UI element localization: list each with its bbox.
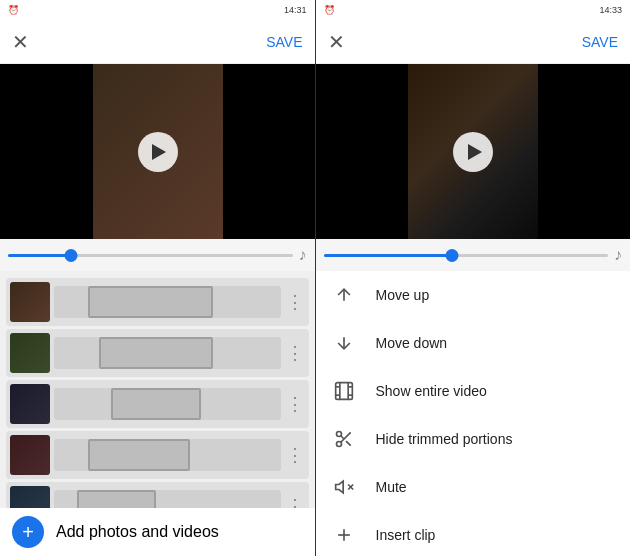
left-music-icon[interactable]: ♪ xyxy=(299,246,307,264)
clip-bar-area-5[interactable] xyxy=(54,490,281,508)
table-row: ⋮ xyxy=(6,380,309,428)
menu-item-hide-trimmed[interactable]: Hide trimmed portions xyxy=(316,415,631,463)
left-panel: ⏰ 14:31 ✕ SAVE ♪ ⋮ xyxy=(0,0,315,556)
left-play-button[interactable] xyxy=(138,132,178,172)
clip-menu-button-5[interactable]: ⋮ xyxy=(285,495,305,508)
add-button-row[interactable]: + Add photos and videos xyxy=(0,508,315,556)
mute-icon xyxy=(332,475,356,499)
left-seek-progress xyxy=(8,254,71,257)
right-music-icon[interactable]: ♪ xyxy=(614,246,622,264)
menu-item-insert-clip[interactable]: Insert clip xyxy=(316,511,631,556)
plus-icon xyxy=(332,523,356,547)
right-seek-bar[interactable] xyxy=(324,254,609,257)
left-status-time: 14:31 xyxy=(284,5,307,15)
right-save-button[interactable]: SAVE xyxy=(582,34,618,50)
table-row: ⋮ xyxy=(6,431,309,479)
right-seek-progress xyxy=(324,254,452,257)
alarm-icon: ⏰ xyxy=(8,5,19,15)
play-triangle-icon xyxy=(152,144,166,160)
right-close-button[interactable]: ✕ xyxy=(328,30,345,54)
arrow-up-icon xyxy=(332,283,356,307)
right-time: 14:33 xyxy=(599,5,622,15)
right-play-button[interactable] xyxy=(453,132,493,172)
clip-thumbnail-1 xyxy=(10,282,50,322)
move-up-label: Move up xyxy=(376,287,430,303)
clip-menu-button-1[interactable]: ⋮ xyxy=(285,291,305,313)
clip-bar-area-3[interactable] xyxy=(54,388,281,420)
scissors-icon xyxy=(332,427,356,451)
clip-thumbnail-2 xyxy=(10,333,50,373)
left-close-button[interactable]: ✕ xyxy=(12,30,29,54)
left-video-preview[interactable] xyxy=(0,64,315,239)
left-clips-list: ⋮ ⋮ ⋮ ⋮ ⋮ xyxy=(0,271,315,508)
clip-thumbnail-3 xyxy=(10,384,50,424)
menu-item-show-video[interactable]: Show entire video xyxy=(316,367,631,415)
right-top-bar: ✕ SAVE xyxy=(316,20,631,64)
clip-bar-5 xyxy=(77,490,156,508)
right-seek-bar-area: ♪ xyxy=(316,239,631,271)
clip-bar-4 xyxy=(88,439,190,471)
table-row: ⋮ xyxy=(6,329,309,377)
svg-line-12 xyxy=(346,441,351,446)
clip-bar-1 xyxy=(88,286,213,318)
right-status-bar: ⏰ 14:33 xyxy=(316,0,631,20)
left-top-bar: ✕ SAVE xyxy=(0,20,315,64)
menu-item-move-up[interactable]: Move up xyxy=(316,271,631,319)
clip-bar-2 xyxy=(99,337,212,369)
left-seek-bar-area: ♪ xyxy=(0,239,315,271)
right-status-icons: ⏰ xyxy=(324,5,335,15)
arrow-down-icon xyxy=(332,331,356,355)
left-seek-bar[interactable] xyxy=(8,254,293,257)
add-media-label[interactable]: Add photos and videos xyxy=(56,523,219,541)
svg-marker-14 xyxy=(335,481,343,493)
svg-point-9 xyxy=(336,432,341,437)
clip-bar-area-2[interactable] xyxy=(54,337,281,369)
svg-point-10 xyxy=(336,442,341,447)
right-seek-thumb[interactable] xyxy=(445,249,458,262)
hide-trimmed-label: Hide trimmed portions xyxy=(376,431,513,447)
left-save-button[interactable]: SAVE xyxy=(266,34,302,50)
show-entire-video-label: Show entire video xyxy=(376,383,487,399)
clip-bar-3 xyxy=(111,388,202,420)
menu-item-move-down[interactable]: Move down xyxy=(316,319,631,367)
add-circle-icon[interactable]: + xyxy=(12,516,44,548)
clip-menu-button-2[interactable]: ⋮ xyxy=(285,342,305,364)
clip-menu-button-3[interactable]: ⋮ xyxy=(285,393,305,415)
mute-label: Mute xyxy=(376,479,407,495)
clip-bar-area-1[interactable] xyxy=(54,286,281,318)
table-row: ⋮ xyxy=(6,278,309,326)
move-down-label: Move down xyxy=(376,335,448,351)
film-icon xyxy=(332,379,356,403)
right-panel: ⏰ 14:33 ✕ SAVE ♪ xyxy=(316,0,631,556)
alarm-icon-right: ⏰ xyxy=(324,5,335,15)
clip-bar-area-4[interactable] xyxy=(54,439,281,471)
svg-line-13 xyxy=(340,436,343,439)
right-status-time: 14:33 xyxy=(599,5,622,15)
clip-menu-button-4[interactable]: ⋮ xyxy=(285,444,305,466)
insert-clip-label: Insert clip xyxy=(376,527,436,543)
left-status-icons: ⏰ xyxy=(8,5,19,15)
left-status-bar: ⏰ 14:31 xyxy=(0,0,315,20)
right-video-preview[interactable] xyxy=(316,64,631,239)
left-time: 14:31 xyxy=(284,5,307,15)
left-seek-thumb[interactable] xyxy=(64,249,77,262)
clip-thumbnail-4 xyxy=(10,435,50,475)
menu-item-mute[interactable]: Mute xyxy=(316,463,631,511)
svg-rect-2 xyxy=(335,383,352,400)
table-row: ⋮ xyxy=(6,482,309,508)
clip-thumbnail-5 xyxy=(10,486,50,508)
context-menu: Move up Move down xyxy=(316,271,631,556)
right-play-triangle-icon xyxy=(468,144,482,160)
